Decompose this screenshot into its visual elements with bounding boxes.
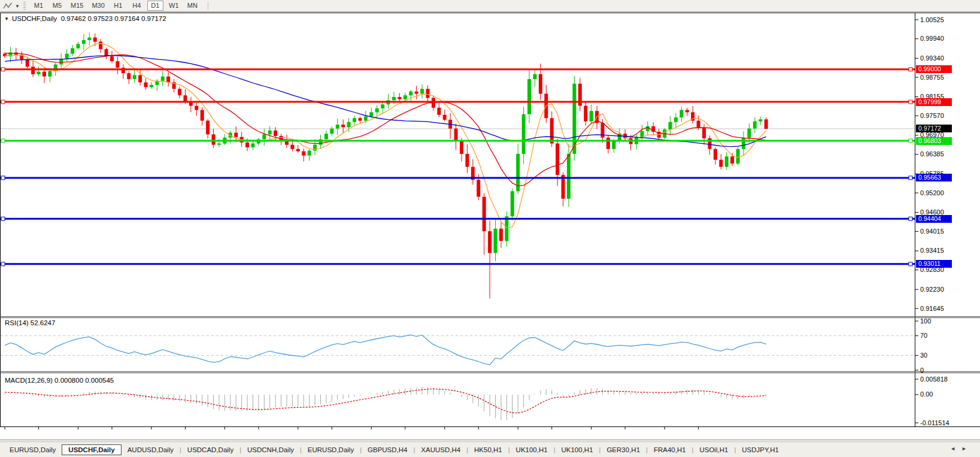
tab-scroll-left-icon[interactable]: ◄	[950, 446, 961, 452]
chart-tab-usdjpy-h1[interactable]: USDJPY,H1	[736, 444, 785, 455]
mt4-window: ▾ M1M5M15M30H1H4D1W1MN ▼USDCHF,Daily 0.9…	[0, 0, 980, 457]
price-axis-label: 0.96385	[920, 150, 944, 158]
timeframe-button-d1[interactable]: D1	[147, 1, 163, 11]
price-axis-label: 0.95200	[920, 189, 944, 196]
timeframe-button-w1[interactable]: W1	[166, 1, 182, 11]
timeframe-button-h1[interactable]: H1	[110, 1, 126, 11]
price-line-badge: 0.96803	[916, 137, 952, 145]
hline-handle[interactable]	[1, 139, 5, 143]
timeframe-button-mn[interactable]: MN	[184, 1, 201, 11]
chart-plot-area[interactable]	[0, 0, 980, 457]
chart-tab-gbpusd-h4[interactable]: GBPUSD,H4	[362, 444, 413, 455]
macd-signal-line	[5, 389, 766, 413]
ma-fast-line	[5, 44, 766, 228]
chart-tab-usdchf-daily[interactable]: USDCHF,Daily	[62, 444, 121, 455]
toolbar-separator	[208, 2, 208, 10]
price-axis-label: 0.94015	[920, 228, 944, 235]
price-axis-label: 0.97570	[920, 112, 944, 119]
rsi-axis-label: 30	[920, 352, 927, 359]
rsi-axis-label: 100	[920, 317, 931, 325]
hline-handle[interactable]	[1, 100, 5, 104]
timeframe-button-m15[interactable]: M15	[68, 1, 86, 11]
macd-indicator-label: MACD(12,26,9) 0.000800 0.000545	[5, 377, 114, 384]
chart-tab-audusd-daily[interactable]: AUDUSD,Daily	[122, 444, 180, 455]
chart-tab-uk100-h1[interactable]: UK100,H1	[510, 444, 554, 455]
chart-tab-usdcnh-daily[interactable]: USDCNH,Daily	[241, 444, 300, 455]
hline-handle[interactable]	[909, 217, 912, 220]
rsi-axis-label: 70	[920, 332, 927, 339]
chart-tab-xauusd-h4[interactable]: XAUUSD,H4	[415, 444, 466, 455]
chart-tab-fra40-h1[interactable]: FRA40,H1	[648, 444, 692, 455]
chart-menu-icon[interactable]: ▼	[4, 16, 9, 22]
hline-handle[interactable]	[909, 262, 912, 266]
price-axis-label: 1.00525	[920, 16, 944, 23]
toolbar-grip[interactable]	[23, 2, 26, 10]
timeframe-buttons: M1M5M15M30H1H4D1W1MN	[29, 1, 202, 11]
price-axis-label: 0.99940	[920, 35, 944, 42]
hline-handle[interactable]	[909, 100, 912, 104]
price-axis-label: 0.93415	[920, 247, 944, 254]
price-axis-label: 0.91645	[920, 305, 944, 312]
timeframe-button-m30[interactable]: M30	[89, 1, 107, 11]
macd-axis-label: -0.011514	[920, 419, 949, 426]
timeframe-button-m1[interactable]: M1	[31, 1, 47, 11]
rsi-axis-label: 0	[920, 367, 924, 374]
chart-tab-usdcad-daily[interactable]: USDCAD,Daily	[181, 444, 239, 455]
chart-ohlc-values: 0.97462 0.97523 0.97164 0.97172	[61, 15, 166, 22]
dropdown-caret-icon[interactable]: ▾	[14, 3, 21, 9]
rsi-indicator-label: RSI(14) 52.6247	[5, 319, 55, 326]
chart-tab-uk100-h1[interactable]: UK100,H1	[556, 444, 599, 455]
price-line-badge: 0.94404	[916, 215, 952, 223]
hline-handle[interactable]	[909, 68, 912, 71]
hline-handle[interactable]	[909, 139, 912, 143]
chart-symbol-label: USDCHF,Daily	[12, 15, 57, 22]
chart-title: ▼USDCHF,Daily 0.97462 0.97523 0.97164 0.…	[4, 15, 166, 22]
hline-handle[interactable]	[1, 176, 5, 180]
macd-axis-label: 0.00	[920, 391, 933, 398]
current-price-badge: 0.97172	[916, 125, 952, 132]
chart-tab-hk50-h1[interactable]: HK50,H1	[468, 444, 508, 455]
chart-tab-eurusd-daily[interactable]: EURUSD,Daily	[4, 444, 62, 455]
tab-scroll-right-icon[interactable]: ►	[961, 446, 973, 452]
price-line-badge: 0.95663	[916, 174, 952, 181]
chart-tab-usoil-h1[interactable]: USOil,H1	[693, 444, 734, 455]
price-axis-label: 0.92230	[920, 286, 944, 293]
macd-histogram	[5, 387, 766, 420]
price-line-badge: 0.93011	[916, 260, 952, 268]
line-studies-icon[interactable]	[2, 1, 14, 10]
toolbar: ▾ M1M5M15M30H1H4D1W1MN	[0, 0, 980, 12]
chart-tab-ger30-h1[interactable]: GER30,H1	[600, 444, 646, 455]
macd-values: 0.000800 0.000545	[54, 377, 114, 384]
candles-layer	[3, 32, 768, 298]
rsi-value: 52.6247	[31, 319, 56, 326]
timeframe-button-m5[interactable]: M5	[49, 1, 65, 11]
timeframe-button-h4[interactable]: H4	[129, 1, 145, 11]
rsi-line	[5, 335, 766, 365]
chart-tab-bar: EURUSD,DailyUSDCHF,DailyAUDUSD,Daily|USD…	[0, 441, 980, 457]
price-axis-label: 0.99340	[920, 55, 944, 62]
hline-handle[interactable]	[909, 176, 912, 180]
price-line-badge: 0.97999	[916, 98, 952, 106]
macd-axis-label: 0.005818	[920, 376, 948, 383]
hline-handle[interactable]	[1, 68, 5, 71]
price-axis-label: 0.98755	[920, 74, 944, 81]
hline-handle[interactable]	[1, 262, 5, 266]
price-line-badge: 0.99000	[916, 65, 952, 73]
chart-tab-eurusd-daily[interactable]: EURUSD,Daily	[302, 444, 360, 455]
hline-handle[interactable]	[1, 217, 5, 220]
